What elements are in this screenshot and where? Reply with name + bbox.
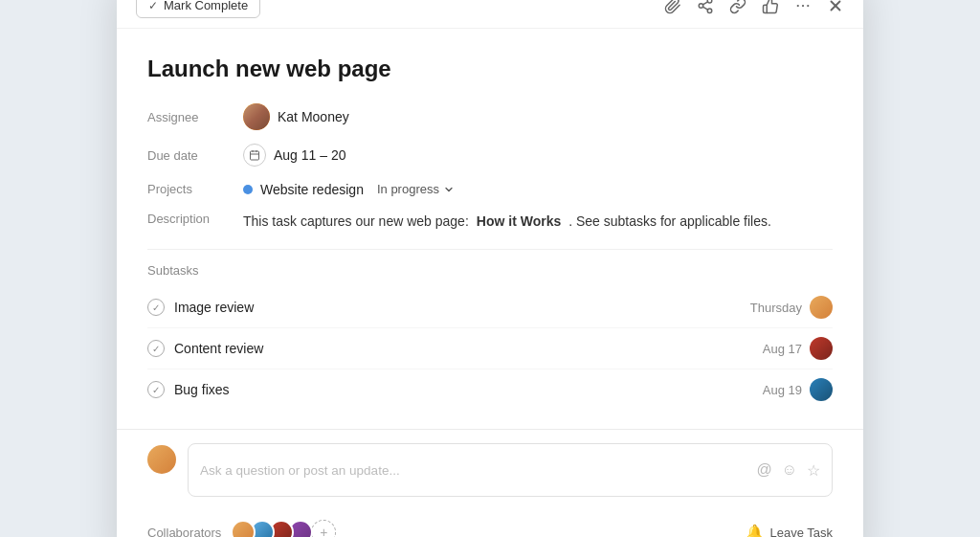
emoji-star-icon[interactable]: ☆ (807, 461, 820, 480)
emoji-icon[interactable]: ☺ (782, 461, 797, 479)
share-icon[interactable] (697, 0, 714, 14)
subtask-date: Aug 17 (763, 342, 802, 356)
subtask-name: Bug fixes (174, 382, 230, 397)
projects-label: Projects (147, 182, 243, 196)
project-dot-icon (243, 185, 253, 194)
mark-complete-button[interactable]: ✓ Mark Complete (136, 0, 260, 18)
description-label: Description (147, 212, 243, 226)
subtask-row[interactable]: ✓ Image review Thursday (147, 287, 833, 328)
due-date-text: Aug 11 – 20 (274, 147, 346, 163)
description-value: This task captures our new web page: How… (243, 212, 771, 232)
description-plain: This task captures our new web page: (243, 212, 469, 232)
svg-point-5 (797, 4, 799, 6)
avatar (243, 103, 270, 130)
project-status-badge[interactable]: In progress (371, 180, 460, 198)
comment-icons: @ ☺ ☆ (756, 461, 820, 480)
modal-footer: Collaborators + 🔔 Leave Task (117, 510, 863, 537)
leave-task-label: Leave Task (769, 526, 833, 538)
assignee-value[interactable]: Kat Mooney (243, 103, 349, 130)
comment-section: Ask a question or post an update... @ ☺ … (117, 429, 863, 510)
modal-header: ✓ Mark Complete (117, 0, 863, 29)
subtasks-label: Subtasks (147, 263, 833, 278)
project-status-text: In progress (377, 182, 439, 196)
svg-line-3 (702, 7, 707, 10)
add-collaborator-button[interactable]: + (311, 520, 336, 537)
subtask-check-icon: ✓ (147, 299, 165, 316)
task-title: Launch new web page (147, 56, 833, 82)
modal-body: Launch new web page Assignee Kat Mooney … (117, 29, 863, 429)
subtask-right: Aug 19 (763, 378, 833, 401)
collaborators-avatars: + (231, 520, 336, 537)
like-icon[interactable] (762, 0, 779, 14)
comment-input-area[interactable]: Ask a question or post an update... @ ☺ … (188, 443, 833, 497)
description-bold: How it Works (477, 212, 561, 232)
assignee-row: Assignee Kat Mooney (147, 103, 833, 130)
description-suffix: . See subtasks for applicable files. (568, 212, 771, 232)
svg-point-7 (807, 4, 809, 6)
commenter-avatar (147, 445, 176, 474)
subtask-row[interactable]: ✓ Content review Aug 17 (147, 328, 833, 369)
subtask-row[interactable]: ✓ Bug fixes Aug 19 (147, 369, 833, 410)
subtask-right: Aug 17 (763, 337, 833, 360)
subtask-date: Aug 19 (763, 383, 802, 397)
attachment-icon[interactable] (664, 0, 681, 14)
close-icon[interactable] (827, 0, 844, 14)
leave-task-button[interactable]: 🔔 Leave Task (746, 524, 833, 537)
subtask-avatar (810, 337, 833, 360)
svg-point-6 (802, 4, 804, 6)
checkmark-icon: ✓ (148, 0, 158, 12)
collaborators-section: Collaborators + (147, 520, 336, 537)
subtask-date: Thursday (750, 301, 802, 315)
subtask-check-icon: ✓ (147, 340, 165, 357)
calendar-icon (243, 144, 266, 167)
link-icon[interactable] (729, 0, 746, 14)
mark-complete-label: Mark Complete (164, 0, 248, 12)
subtask-left: ✓ Bug fixes (147, 381, 230, 398)
due-date-label: Due date (147, 148, 243, 163)
projects-row: Projects Website redesign In progress (147, 180, 833, 198)
collaborators-label: Collaborators (147, 526, 221, 538)
task-modal: ✓ Mark Complete Launch new (117, 0, 863, 537)
subtask-left: ✓ Content review (147, 340, 263, 357)
collab-avatar-1 (231, 520, 256, 537)
subtask-check-icon: ✓ (147, 381, 165, 398)
more-options-icon[interactable] (794, 0, 812, 14)
header-actions (664, 0, 844, 14)
subtask-right: Thursday (750, 296, 833, 319)
subtask-left: ✓ Image review (147, 299, 254, 316)
assignee-label: Assignee (147, 110, 243, 124)
description-row: Description This task captures our new w… (147, 212, 833, 232)
divider (147, 249, 833, 250)
subtask-name: Content review (174, 341, 263, 356)
comment-placeholder: Ask a question or post an update... (200, 463, 400, 478)
subtask-avatar (810, 296, 833, 319)
projects-value[interactable]: Website redesign In progress (243, 180, 460, 198)
subtask-avatar (810, 378, 833, 401)
svg-line-4 (702, 1, 707, 4)
bell-icon: 🔔 (746, 524, 764, 537)
assignee-name: Kat Mooney (278, 109, 349, 124)
comment-row: Ask a question or post an update... @ ☺ … (147, 443, 833, 497)
due-date-value[interactable]: Aug 11 – 20 (243, 144, 346, 167)
project-name: Website redesign (260, 182, 364, 197)
mention-icon[interactable]: @ (756, 461, 771, 479)
due-date-row: Due date Aug 11 – 20 (147, 144, 833, 167)
subtask-name: Image review (174, 300, 254, 315)
svg-rect-10 (251, 151, 259, 160)
